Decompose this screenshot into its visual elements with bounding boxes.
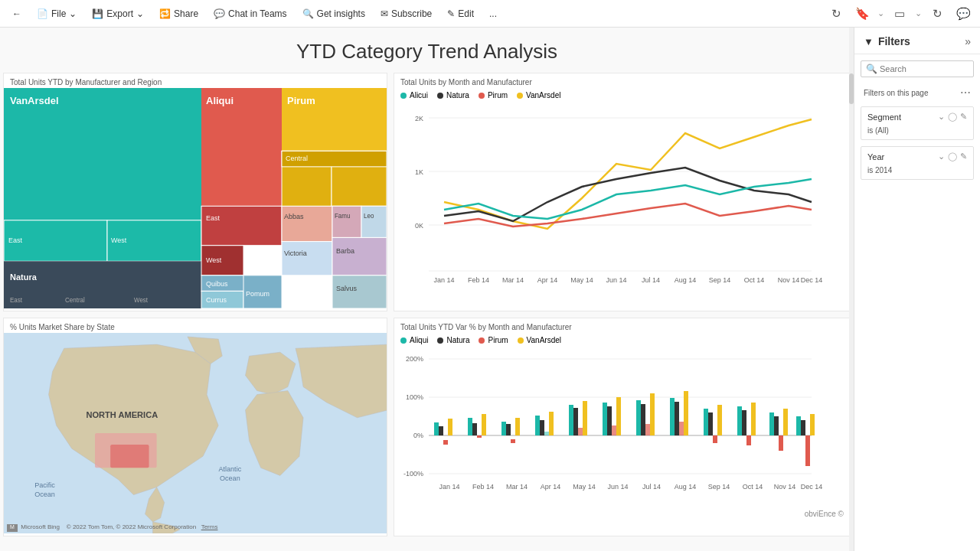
export-button[interactable]: 💾 Export ⌄	[86, 5, 150, 22]
filter-segment-clear-icon[interactable]: ◯	[948, 112, 957, 122]
filters-title: ▼ Filters	[864, 35, 910, 47]
svg-rect-109	[641, 404, 645, 435]
content-scrollbar-thumb	[849, 73, 854, 104]
legend-dot-alicui	[400, 93, 407, 99]
filters-on-page-dots[interactable]: ⋯	[960, 86, 971, 99]
svg-rect-0	[4, 88, 201, 220]
svg-text:NORTH AMERICA: NORTH AMERICA	[86, 410, 158, 419]
share-icon: 🔁	[159, 8, 171, 19]
svg-rect-89	[506, 424, 511, 435]
bar-chart-label: Total Units YTD Var % by Month and Manuf…	[394, 318, 850, 333]
comment-button[interactable]: 💬	[952, 3, 974, 24]
svg-rect-39	[332, 237, 387, 275]
filter-year-header[interactable]: Year ⌄ ◯ ✎	[861, 147, 973, 166]
file-button[interactable]: 📄 File ⌄	[31, 5, 83, 22]
legend-dot-pirum2	[479, 337, 485, 344]
filter-year-clear-icon[interactable]: ◯	[948, 152, 957, 161]
svg-text:May 14: May 14	[573, 483, 596, 491]
bookmark-chevron[interactable]: ⌄	[877, 8, 884, 18]
treemap[interactable]: VanArsdel East West Natura East Central …	[4, 88, 387, 308]
more-button[interactable]: ...	[483, 5, 503, 22]
reset-button[interactable]: ↻	[926, 3, 948, 24]
svg-rect-83	[468, 418, 472, 435]
svg-text:200%: 200%	[406, 355, 423, 363]
charts-grid: Total Units YTD by Manufacturer and Regi…	[0, 70, 854, 540]
filter-year-edit-icon[interactable]: ✎	[960, 152, 967, 161]
svg-rect-93	[535, 416, 540, 435]
svg-text:-100%: -100%	[403, 470, 423, 478]
filters-panel: ▼ Filters » 🔍 Filters on this page ⋯ Seg…	[854, 28, 980, 551]
svg-text:1K: 1K	[415, 168, 423, 176]
svg-text:Ocean: Ocean	[220, 474, 240, 482]
filter-segment-header[interactable]: Segment ⌄ ◯ ✎	[861, 107, 973, 126]
legend-item-natura: Natura	[437, 91, 469, 99]
toolbar-right-icons: ↻ 🔖 ⌄ ▭ ⌄ ↻ 💬	[825, 3, 974, 24]
svg-rect-113	[670, 398, 675, 435]
svg-rect-104	[607, 406, 612, 435]
filter-search-icon: 🔍	[866, 64, 877, 74]
edit-button[interactable]: ✎ Edit	[441, 5, 480, 22]
svg-text:East: East	[206, 214, 220, 222]
svg-rect-23	[282, 206, 332, 241]
back-button[interactable]: ←	[6, 5, 28, 22]
svg-text:Leo: Leo	[364, 213, 374, 220]
bookmark-button[interactable]: 🔖	[851, 3, 873, 24]
svg-text:Apr 14: Apr 14	[541, 483, 561, 491]
svg-rect-131	[783, 409, 788, 435]
svg-rect-103	[603, 403, 607, 435]
view-button[interactable]: ▭	[889, 3, 910, 24]
line-chart-container: Total Units by Month and Manufacturer Al…	[394, 73, 851, 311]
content-scrollbar[interactable]	[849, 28, 854, 551]
svg-text:Atlantic: Atlantic	[219, 465, 242, 473]
legend-item-pirum: Pirum	[479, 91, 508, 99]
map-terms-link[interactable]: Terms	[201, 523, 218, 530]
svg-text:Jun 14: Jun 14	[606, 276, 626, 284]
content-area: YTD Category Trend Analysis Total Units …	[0, 28, 854, 551]
chat-in-teams-button[interactable]: 💬 Chat in Teams	[207, 5, 292, 22]
filter-segment-edit-icon[interactable]: ✎	[960, 112, 967, 122]
svg-text:Victoria: Victoria	[284, 249, 308, 257]
branding: obviEnce ©	[394, 508, 850, 520]
svg-rect-115	[679, 422, 684, 435]
refresh-button[interactable]: ↻	[825, 3, 847, 24]
export-icon: 💾	[92, 8, 103, 19]
svg-rect-95	[544, 432, 549, 435]
svg-rect-108	[636, 400, 641, 435]
file-icon: 📄	[37, 8, 48, 19]
toolbar: ← 📄 File ⌄ 💾 Export ⌄ 🔁 Share 💬 Chat in …	[0, 0, 980, 28]
filters-header: ▼ Filters »	[854, 28, 980, 54]
svg-text:West: West	[111, 236, 127, 243]
treemap-label: Total Units YTD by Manufacturer and Regi…	[4, 73, 387, 88]
svg-rect-110	[645, 424, 650, 435]
svg-rect-91	[515, 418, 520, 435]
svg-rect-85	[477, 435, 482, 438]
svg-rect-116	[684, 391, 688, 435]
legend-item-pirum2: Pirum	[479, 336, 508, 344]
svg-text:Salvus: Salvus	[336, 285, 357, 292]
svg-text:Dec 14: Dec 14	[801, 483, 823, 491]
map-area[interactable]: NORTH AMERICA Pacific Ocean Atlantic Oce…	[4, 333, 387, 533]
view-chevron[interactable]: ⌄	[915, 8, 922, 18]
svg-text:Aliqui: Aliqui	[206, 94, 234, 106]
svg-rect-129	[774, 416, 779, 435]
subscribe-button[interactable]: ✉ Subscribe	[374, 5, 438, 22]
share-button[interactable]: 🔁 Share	[153, 5, 204, 22]
svg-rect-86	[482, 414, 486, 435]
svg-rect-101	[583, 401, 587, 435]
filter-search-input[interactable]	[861, 60, 974, 77]
filters-collapse-button[interactable]: »	[965, 35, 971, 47]
get-insights-button[interactable]: 🔍 Get insights	[296, 5, 371, 22]
line-chart-label: Total Units by Month and Manufacturer	[394, 73, 850, 88]
svg-rect-119	[708, 412, 713, 435]
svg-text:Apr 14: Apr 14	[537, 276, 558, 284]
svg-text:Quibus: Quibus	[206, 280, 228, 288]
svg-rect-37	[361, 206, 387, 237]
filters-on-page: Filters on this page ⋯	[854, 83, 980, 103]
svg-rect-78	[434, 422, 439, 435]
legend-dot-vanarsdel2	[518, 337, 524, 344]
svg-rect-99	[573, 408, 578, 435]
svg-text:Sep 14: Sep 14	[708, 483, 730, 491]
svg-rect-120	[713, 435, 717, 443]
svg-rect-114	[675, 402, 679, 435]
filter-year-icons: ⌄ ◯ ✎	[938, 152, 967, 161]
